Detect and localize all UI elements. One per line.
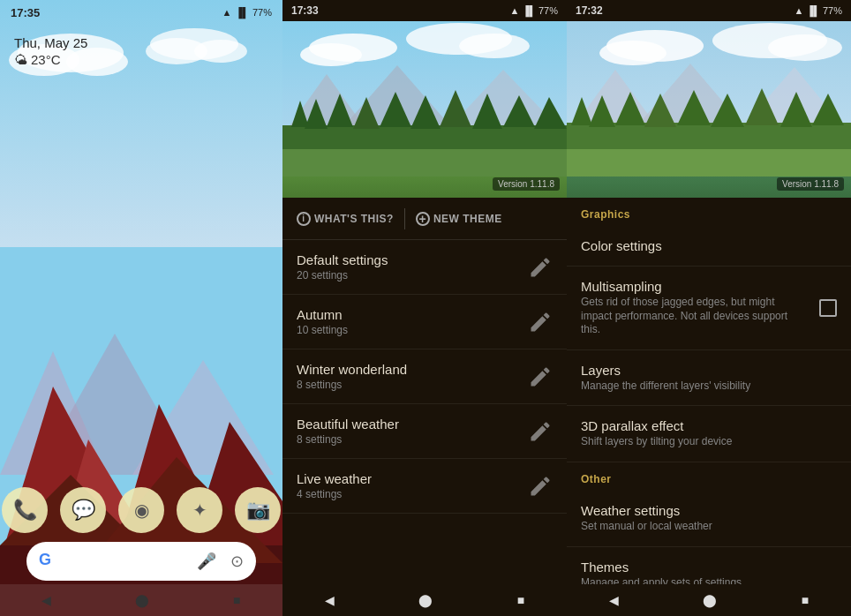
theme-info-default: Default settings 20 settings [297, 252, 388, 282]
weather-widget: Thu, May 25 🌤 23°C [14, 35, 87, 67]
back-button-2[interactable]: ◀ [325, 593, 335, 607]
setting-desc-weather: Set manual or local weather [581, 520, 712, 534]
theme-info-beautiful: Beautiful weather 8 settings [297, 417, 399, 446]
feedly-app-icon[interactable]: ✦ [177, 487, 222, 533]
back-button-3[interactable]: ◀ [609, 593, 619, 607]
settings-list: Graphics Color settings Multisampling Ge… [567, 198, 851, 584]
temperature: 23°C [31, 52, 61, 67]
svg-rect-54 [567, 149, 851, 177]
settings-text-multisampling: Multisampling Gets rid of those jagged e… [581, 279, 802, 337]
settings-text-color: Color settings [581, 238, 662, 253]
nav-bar: ◀ ⬤ ■ [0, 584, 282, 616]
whats-this-button[interactable]: i WHAT'S THIS? [297, 212, 394, 226]
voice-search-icon[interactable]: 🎤 [197, 552, 216, 571]
settings-text-themes: Themes Manage and apply sets of settings [581, 560, 742, 584]
settings-item-themes[interactable]: Themes Manage and apply sets of settings [567, 547, 851, 584]
status-time-3: 17:32 [576, 4, 603, 17]
phone-app-icon[interactable]: 📞 [2, 487, 48, 533]
status-time-2: 17:33 [291, 4, 319, 17]
settings-item-multisampling[interactable]: Multisampling Gets rid of those jagged e… [567, 267, 851, 350]
setting-name-weather: Weather settings [581, 503, 712, 518]
status-icons: ▲ ▐▌ 77% [222, 7, 272, 18]
theme-item-winter[interactable]: Winter wonderland 8 settings [282, 349, 567, 404]
back-button[interactable]: ◀ [41, 593, 51, 607]
settings-item-layers[interactable]: Layers Manage the different layers' visi… [567, 350, 851, 407]
new-theme-label: NEW THEME [433, 213, 502, 225]
settings-item-weather[interactable]: Weather settings Set manual or local wea… [567, 491, 851, 547]
edit-icon-autumn[interactable] [528, 310, 553, 334]
theme-item-beautiful[interactable]: Beautiful weather 8 settings [282, 404, 567, 459]
landscape-preview-2: Version 1.11.8 [282, 21, 567, 198]
battery-text: 77% [252, 7, 272, 18]
dock-area: 📞 💬 ◉ ✦ 📷 G 🎤 ⊙ [0, 487, 282, 581]
svg-point-18 [300, 43, 362, 66]
settings-item-parallax[interactable]: 3D parallax effect Shift layers by tilti… [567, 406, 851, 462]
setting-desc-themes: Manage and apply sets of settings [581, 576, 742, 584]
nav-bar-3: ◀ ⬤ ■ [567, 584, 851, 616]
settings-text-weather: Weather settings Set manual or local wea… [581, 503, 712, 534]
phone-homescreen: 17:35 ▲ ▐▌ 77% Thu, May 25 🌤 23°C 📞 💬 ◉ … [0, 0, 282, 616]
signal-icon-2: ▐▌ [522, 5, 536, 16]
home-button[interactable]: ⬤ [135, 593, 149, 607]
home-button-2[interactable]: ⬤ [418, 593, 433, 607]
new-theme-button[interactable]: + NEW THEME [416, 212, 502, 226]
landscape-preview-3: Version 1.11.8 [567, 21, 851, 198]
theme-name-default: Default settings [297, 252, 388, 267]
signal-icon-3: ▐▌ [806, 5, 820, 16]
svg-point-40 [768, 34, 842, 61]
theme-item-autumn[interactable]: Autumn 10 settings [282, 295, 567, 349]
recent-button[interactable]: ■ [233, 593, 240, 607]
theme-item-default[interactable]: Default settings 20 settings [282, 240, 567, 295]
setting-name-themes: Themes [581, 560, 742, 575]
battery-text-3: 77% [823, 5, 842, 16]
edit-icon-default[interactable] [528, 255, 553, 280]
settings-item-color[interactable]: Color settings [567, 226, 851, 267]
theme-info-winter: Winter wonderland 8 settings [297, 362, 407, 391]
multisampling-checkbox[interactable] [819, 299, 837, 317]
recent-button-3[interactable]: ■ [802, 593, 809, 607]
theme-name-live: Live weather [297, 471, 372, 486]
lens-search-icon[interactable]: ⊙ [230, 552, 244, 571]
info-icon: i [297, 212, 311, 226]
google-search-bar[interactable]: G 🎤 ⊙ [26, 542, 256, 581]
status-time: 17:35 [11, 6, 40, 19]
status-bar: 17:35 ▲ ▐▌ 77% [0, 0, 282, 25]
status-icons-2: ▲ ▐▌ 77% [509, 5, 558, 16]
setting-desc-layers: Manage the different layers' visibility [581, 379, 750, 394]
setting-name-layers: Layers [581, 363, 750, 378]
toolbar-row: i WHAT'S THIS? + NEW THEME [282, 198, 567, 240]
svg-point-38 [599, 41, 666, 65]
edit-icon-live[interactable] [528, 474, 553, 499]
theme-count-winter: 8 settings [297, 379, 407, 391]
edit-icon-winter[interactable] [528, 364, 553, 389]
setting-name-parallax: 3D parallax effect [581, 418, 732, 433]
version-badge-3: Version 1.11.8 [777, 177, 844, 191]
wifi-icon: ▲ [222, 7, 231, 18]
settings-text-layers: Layers Manage the different layers' visi… [581, 363, 750, 394]
recent-button-2[interactable]: ■ [517, 593, 524, 607]
theme-name-beautiful: Beautiful weather [297, 417, 399, 432]
wifi-icon-3: ▲ [794, 5, 803, 16]
version-badge-2: Version 1.11.8 [493, 177, 560, 191]
themes-list: Default settings 20 settings Autumn 10 s… [282, 240, 567, 584]
weather-date: Thu, May 25 [14, 35, 87, 50]
other-section-title: Other [567, 462, 851, 491]
theme-item-live[interactable]: Live weather 4 settings [282, 459, 567, 514]
graphics-section-title: Graphics [567, 198, 851, 226]
edit-icon-beautiful[interactable] [528, 419, 553, 444]
svg-point-20 [459, 34, 530, 58]
camera-app-icon[interactable]: 📷 [235, 487, 281, 533]
chrome-app-icon[interactable]: ◉ [118, 487, 164, 533]
svg-point-5 [194, 40, 247, 63]
weather-temp: 🌤 23°C [14, 52, 87, 67]
home-button-3[interactable]: ⬤ [703, 593, 717, 607]
settings-panel: 17:32 ▲ ▐▌ 77% [567, 0, 851, 616]
setting-name-multisampling: Multisampling [581, 279, 802, 294]
setting-desc-multisampling: Gets rid of those jagged edges, but migh… [581, 296, 802, 337]
app-icons-row: 📞 💬 ◉ ✦ 📷 [2, 487, 281, 533]
theme-info-live: Live weather 4 settings [297, 471, 372, 500]
messages-app-icon[interactable]: 💬 [60, 487, 106, 533]
battery-text-2: 77% [538, 5, 558, 16]
setting-desc-parallax: Shift layers by tilting your device [581, 435, 732, 449]
whats-this-label: WHAT'S THIS? [314, 213, 394, 225]
